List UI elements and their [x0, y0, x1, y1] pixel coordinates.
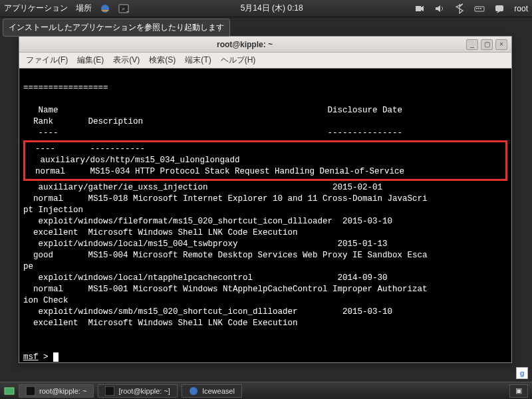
term-dash2: ---- -----------	[25, 144, 145, 154]
term-line: exploit/windows/local/ntapphelpcachecont…	[23, 273, 388, 283]
term-header-rank: Rank Description	[23, 117, 143, 126]
svg-rect-6	[478, 8, 479, 9]
taskbar-item-terminal[interactable]: root@kipple: ~	[19, 384, 94, 398]
taskbar-item-terminal2[interactable]: [root@kipple: ~]	[98, 384, 178, 398]
iceweasel-launcher-icon[interactable]	[100, 3, 110, 14]
term-line: normal MS15-001 Microsoft Windows NtApph…	[23, 285, 428, 294]
term-line: auxiliary/gather/ie_uxss_injection 2015-…	[23, 183, 382, 192]
svg-rect-3	[416, 6, 421, 11]
video-icon[interactable]	[414, 3, 425, 14]
term-header-name: Name Disclosure Date	[23, 106, 402, 115]
show-desktop-icon[interactable]	[4, 386, 15, 396]
term-line: pe	[23, 262, 33, 271]
applications-tooltip: インストールしたアプリケーションを参照したり起動します	[3, 19, 230, 37]
msf-prompt: msf	[23, 352, 39, 362]
svg-rect-10	[26, 386, 35, 396]
menubar: ファイル(F) 編集(E) 表示(V) 検索(S) 端末(T) ヘルプ(H)	[19, 53, 511, 68]
svg-rect-8	[495, 5, 503, 11]
svg-point-12	[190, 387, 198, 395]
highlighted-result: ---- ----------- auxiliary/dos/http/ms15…	[23, 140, 507, 181]
menu-view[interactable]: 表示(V)	[113, 55, 140, 66]
window-titlebar[interactable]: root@kipple: ~ _ ▢ ×	[19, 37, 511, 53]
term-line: ion Check	[23, 296, 68, 305]
minimize-button[interactable]: _	[466, 39, 478, 50]
terminal-icon	[26, 386, 35, 396]
prompt-sep: >	[39, 352, 54, 362]
svg-text:＞_: ＞_	[120, 5, 129, 12]
hl-module-path: auxiliary/dos/http/ms15_034_ulonglongadd	[25, 156, 240, 165]
volume-icon[interactable]	[434, 3, 445, 14]
term-line: normal MS15-018 Microsoft Internet Explo…	[23, 194, 428, 203]
menu-edit[interactable]: 編集(E)	[77, 55, 104, 66]
cursor	[53, 352, 59, 362]
term-line: exploit/windows/smb/ms15_020_shortcut_ic…	[23, 307, 392, 317]
terminal-icon	[105, 386, 114, 396]
menu-file[interactable]: ファイル(F)	[26, 55, 68, 66]
menu-help[interactable]: ヘルプ(H)	[221, 55, 256, 66]
term-line: exploit/windows/local/ms15_004_tswbproxy…	[23, 239, 388, 249]
svg-rect-5	[476, 8, 477, 9]
task-bar: root@kipple: ~ [root@kipple: ~] Icewease…	[0, 382, 532, 399]
user-menu[interactable]: root	[514, 4, 528, 13]
svg-rect-7	[480, 8, 481, 9]
launcher-icon: ▣	[515, 386, 522, 395]
svg-rect-11	[105, 386, 114, 396]
taskbar-item-label: Iceweasel	[202, 387, 235, 395]
taskbar-item-label: root@kipple: ~	[39, 387, 86, 395]
term-line: excellent Microsoft Windows Shell LNK Co…	[23, 319, 298, 328]
maximize-button[interactable]: ▢	[481, 39, 493, 50]
term-divider: =================	[23, 83, 108, 92]
window-title: root@kipple: ~	[23, 40, 466, 49]
close-button[interactable]: ×	[495, 39, 507, 50]
taskbar-launcher[interactable]: ▣	[509, 384, 528, 398]
svg-rect-9	[5, 388, 14, 394]
term-dash1: ---- ---------------	[23, 128, 402, 138]
notification-icon[interactable]	[494, 3, 505, 14]
term-line: excellent Microsoft Windows Shell LNK Co…	[23, 228, 298, 237]
term-line: good MS15-004 Microsoft Remote Desktop S…	[23, 251, 428, 260]
terminal-launcher-icon[interactable]: ＞_	[118, 3, 129, 14]
clock[interactable]: 5月14日 (木) 0:18	[129, 3, 414, 14]
menu-search[interactable]: 検索(S)	[149, 55, 176, 66]
taskbar-item-label: [root@kipple: ~]	[118, 387, 170, 395]
taskbar-item-iceweasel[interactable]: Iceweasel	[182, 384, 242, 398]
menu-terminal[interactable]: 端末(T)	[185, 55, 211, 66]
terminal-window: root@kipple: ~ _ ▢ × ファイル(F) 編集(E) 表示(V)…	[19, 36, 512, 363]
keyboard-indicator-icon[interactable]	[474, 3, 485, 14]
top-bar: アプリケーション 場所 ＞_ 5月14日 (木) 0:18 root	[0, 0, 532, 17]
places-menu[interactable]: 場所	[76, 3, 92, 14]
google-badge-icon[interactable]: g	[516, 367, 528, 379]
term-line: exploit/windows/fileformat/ms15_020_shor…	[23, 217, 392, 226]
iceweasel-icon	[189, 386, 198, 396]
applications-menu[interactable]: アプリケーション	[4, 3, 68, 14]
term-line: pt Injection	[23, 205, 83, 215]
hl-module-desc: normal MS15-034 HTTP Protocol Stack Requ…	[25, 167, 404, 176]
bluetooth-icon[interactable]	[454, 3, 465, 14]
terminal-content[interactable]: ================= Name Disclosure Date R…	[19, 68, 511, 362]
